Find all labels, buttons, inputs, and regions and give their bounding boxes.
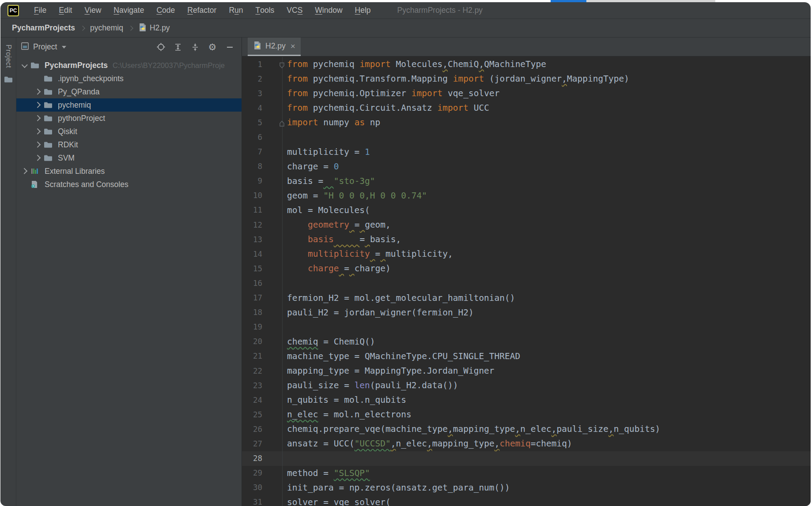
tree-item-label: .ipynb_checkpoints [58,74,124,83]
code-area[interactable]: 1from pychemiq import Molecules,ChemiQ,Q… [242,56,811,506]
code-text: chemiq.prepare_vqe(machine_type,mapping_… [283,424,660,434]
project-panel-header: Project ⚙ [16,37,242,56]
chevron-down-icon[interactable] [19,64,30,67]
code-text: machine_type = QMachineType.CPU_SINGLE_T… [283,351,520,361]
tree-item-scratches[interactable]: Scratches and Consoles [16,178,242,191]
line-number: 12 [242,217,283,232]
tab-h2py[interactable]: H2.py × [248,37,301,56]
menu-item-help[interactable]: Help [349,2,377,19]
chevron-right-icon[interactable] [32,156,44,160]
tree-item-svm[interactable]: SVM [16,151,242,165]
chevron-right-icon[interactable] [32,116,44,120]
collapse-all-icon[interactable] [189,41,201,53]
tree-item-py-qpanda[interactable]: Py_QPanda [16,85,242,98]
menu-item-tools[interactable]: Tools [249,2,281,19]
code-line-1[interactable]: 1from pychemiq import Molecules,ChemiQ,Q… [242,57,811,71]
code-line-3[interactable]: 3from pychemiq.Optimizer import vqe_solv… [242,86,811,101]
tree-item-qiskit[interactable]: Qiskit [16,125,242,138]
code-line-16[interactable]: 16 [242,276,811,290]
tree-item-label: External Libraries [45,167,105,176]
menu-item-run[interactable]: Run [223,2,249,19]
code-text: init_para = np.zeros(ansatz.get_para_num… [283,483,510,493]
menu-item-refactor[interactable]: Refactor [181,2,223,19]
settings-gear-icon[interactable]: ⚙ [207,41,218,53]
chevron-right-icon[interactable] [32,142,44,147]
code-line-28[interactable]: 28 [242,451,811,466]
chevron-right-icon[interactable] [19,169,30,173]
code-line-10[interactable]: 10geom = "H 0 0 0,H 0 0 0.74" [242,188,811,203]
menu-item-navigate[interactable]: Navigate [107,2,150,19]
code-line-24[interactable]: 24n_qubits = mol.n_qubits [242,393,811,407]
tree-item-rdkit[interactable]: RDKit [16,138,242,151]
code-line-18[interactable]: 18pauli_H2 = jordan_wigner(fermion_H2) [242,305,811,320]
code-line-2[interactable]: 2from pychemiq.Transform.Mapping import … [242,71,811,86]
menu-item-vcs[interactable]: VCS [280,2,309,19]
code-line-15[interactable]: 15 charge = charge) [242,261,811,276]
tab-label: H2.py [265,41,286,51]
expand-all-icon[interactable] [172,41,184,53]
folder-stripe-icon[interactable] [4,76,13,85]
tree-item-label: pychemiq [58,101,91,110]
tree-item-ipynb-checkpoints[interactable]: .ipynb_checkpoints [16,72,242,85]
code-line-26[interactable]: 26chemiq.prepare_vqe(machine_type,mappin… [242,422,811,436]
tree-item-pycharmprojects[interactable]: PycharmProjectsC:\Users\BY220037\Pycharm… [16,59,242,72]
chevron-right-icon[interactable] [32,90,44,94]
chevron-right-icon[interactable] [32,103,44,107]
code-text: n_elec = mol.n_electrons [283,409,412,420]
folder-icon [44,101,56,109]
project-panel-title[interactable]: Project [33,42,57,52]
menu-item-file[interactable]: File [28,2,53,19]
breadcrumb-project[interactable]: PycharmProjects [12,23,75,33]
menu-item-code[interactable]: Code [150,2,181,19]
code-line-9[interactable]: 9basis = "sto-3g" [242,174,811,188]
code-line-8[interactable]: 8charge = 0 [242,159,811,174]
close-tab-icon[interactable]: × [291,42,295,50]
code-line-12[interactable]: 12 geometry = geom, [242,217,811,232]
hide-panel-icon[interactable] [224,41,235,53]
line-number: 8 [242,159,283,174]
code-line-22[interactable]: 22mapping_type = MappingType.Jordan_Wign… [242,364,811,378]
code-line-19[interactable]: 19 [242,320,811,334]
line-number: 14 [242,247,283,261]
fold-marker-icon[interactable] [279,61,285,71]
code-line-29[interactable]: 29method = "SLSQP" [242,466,811,480]
menu-item-view[interactable]: View [78,2,107,19]
breadcrumb-folder[interactable]: pychemiq [90,23,123,33]
code-line-27[interactable]: 27ansatz = UCC("UCCSD",n_elec,mapping_ty… [242,436,811,451]
tree-item-pythonproject[interactable]: pythonProject [16,112,242,125]
chevron-down-icon[interactable] [62,46,66,49]
code-text: import numpy as np [283,117,380,127]
code-line-6[interactable]: 6 [242,130,811,144]
code-text: from pychemiq import Molecules,ChemiQ,QM… [283,59,546,69]
menu-item-edit[interactable]: Edit [53,2,78,19]
main-area: Project Project ⚙ PycharmProjectsC:\User… [0,37,811,506]
python-file-icon [253,41,261,51]
code-line-5[interactable]: 5import numpy as np [242,115,811,130]
code-line-11[interactable]: 11mol = Molecules( [242,203,811,217]
code-line-31[interactable]: 31solver = vqe_solver( [242,495,811,506]
code-line-30[interactable]: 30init_para = np.zeros(ansatz.get_para_n… [242,480,811,495]
tree-item-label: Py_QPanda [58,87,99,97]
folder-icon [44,75,56,82]
code-line-13[interactable]: 13 basis = basis, [242,232,811,247]
line-number: 31 [242,495,283,506]
code-line-23[interactable]: 23pauli_size = len(pauli_H2.data()) [242,378,811,393]
chevron-right-icon[interactable] [32,129,44,134]
code-text: basis = basis, [283,234,401,244]
code-line-25[interactable]: 25n_elec = mol.n_electrons [242,407,811,422]
code-line-4[interactable]: 4from pychemiq.Circuit.Ansatz import UCC [242,101,811,115]
project-stripe-button[interactable]: Project [4,45,12,68]
tree-item-label: Scratches and Consoles [45,180,128,189]
breadcrumb-file[interactable]: H2.py [138,23,170,34]
tree-item-external-libraries[interactable]: External Libraries [16,165,242,178]
fold-marker-icon[interactable] [279,119,285,129]
menu-items: FileEditViewNavigateCodeRefactorRunTools… [28,2,377,19]
tree-item-pychemiq[interactable]: pychemiq [16,98,242,112]
code-line-17[interactable]: 17fermion_H2 = mol.get_molecular_hamilto… [242,291,811,305]
menu-item-window[interactable]: Window [309,2,348,19]
code-line-20[interactable]: 20chemiq = ChemiQ() [242,334,811,349]
code-line-14[interactable]: 14 multiplicity = multiplicity, [242,247,811,261]
code-line-7[interactable]: 7multiplicity = 1 [242,145,811,159]
locate-icon[interactable] [155,41,166,53]
code-line-21[interactable]: 21machine_type = QMachineType.CPU_SINGLE… [242,349,811,364]
